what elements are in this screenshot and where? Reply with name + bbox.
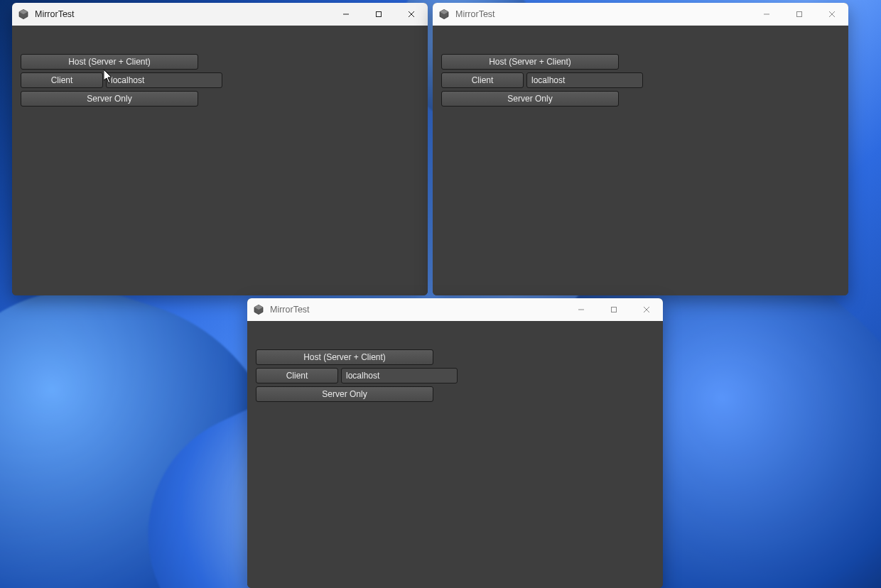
client-area: Host (Server + Client) Client Server Onl… bbox=[247, 321, 663, 588]
minimize-button[interactable] bbox=[750, 3, 783, 26]
maximize-button[interactable] bbox=[598, 298, 630, 321]
app-window: MirrorTest Host (Server + Client) Client… bbox=[247, 298, 663, 588]
host-button[interactable]: Host (Server + Client) bbox=[441, 54, 619, 70]
maximize-button[interactable] bbox=[362, 3, 395, 26]
svg-rect-16 bbox=[612, 307, 617, 312]
titlebar[interactable]: MirrorTest bbox=[247, 298, 663, 321]
app-window: MirrorTest Host (Server + Client) Client… bbox=[12, 3, 428, 295]
host-button[interactable]: Host (Server + Client) bbox=[21, 54, 198, 70]
maximize-button[interactable] bbox=[783, 3, 816, 26]
client-area: Host (Server + Client) Client Server Onl… bbox=[433, 26, 848, 295]
svg-rect-10 bbox=[797, 12, 802, 17]
address-input[interactable] bbox=[106, 72, 222, 88]
window-title: MirrorTest bbox=[35, 9, 75, 19]
host-button[interactable]: Host (Server + Client) bbox=[256, 349, 433, 365]
window-title: MirrorTest bbox=[455, 9, 495, 19]
server-only-button[interactable]: Server Only bbox=[21, 91, 198, 107]
svg-rect-4 bbox=[377, 12, 382, 17]
titlebar[interactable]: MirrorTest bbox=[12, 3, 428, 26]
client-button[interactable]: Client bbox=[441, 72, 524, 88]
network-panel: Host (Server + Client) Client Server Onl… bbox=[256, 349, 433, 402]
close-button[interactable] bbox=[395, 3, 428, 26]
client-button[interactable]: Client bbox=[21, 72, 103, 88]
app-window: MirrorTest Host (Server + Client) Client… bbox=[433, 3, 848, 295]
app-icon bbox=[18, 9, 29, 20]
network-panel: Host (Server + Client) Client Server Onl… bbox=[441, 54, 619, 107]
window-title: MirrorTest bbox=[270, 305, 310, 315]
address-input[interactable] bbox=[526, 72, 643, 88]
minimize-button[interactable] bbox=[565, 298, 598, 321]
close-button[interactable] bbox=[630, 298, 663, 321]
address-input[interactable] bbox=[341, 368, 458, 383]
minimize-button[interactable] bbox=[330, 3, 362, 26]
app-icon bbox=[253, 304, 264, 315]
close-button[interactable] bbox=[816, 3, 848, 26]
server-only-button[interactable]: Server Only bbox=[441, 91, 619, 107]
client-area: Host (Server + Client) Client Server Onl… bbox=[12, 26, 428, 295]
app-icon bbox=[438, 9, 450, 20]
server-only-button[interactable]: Server Only bbox=[256, 386, 433, 402]
client-button[interactable]: Client bbox=[256, 368, 338, 383]
titlebar[interactable]: MirrorTest bbox=[433, 3, 848, 26]
network-panel: Host (Server + Client) Client Server Onl… bbox=[21, 54, 198, 107]
